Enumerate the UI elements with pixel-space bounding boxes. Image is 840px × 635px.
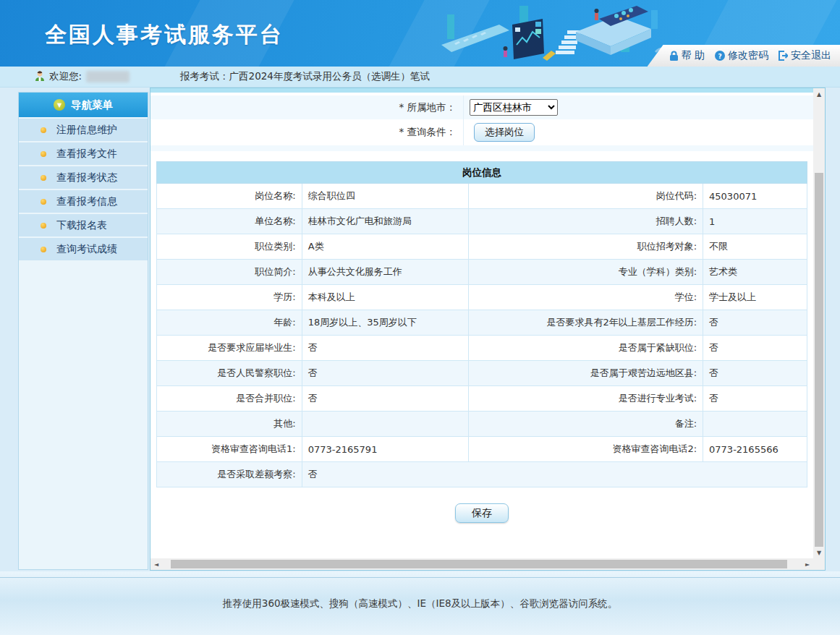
scroll-left-icon[interactable]: ◄	[150, 558, 162, 570]
sidebar-item-0[interactable]: 注册信息维护	[19, 119, 148, 141]
field-label: 招聘人数:	[469, 209, 703, 234]
field-value: 18周岁以上、35周岁以下	[302, 310, 469, 336]
sidebar-item-3[interactable]: 查看报考信息	[19, 190, 148, 213]
condition-label: * 查询条件：	[150, 119, 464, 145]
field-value	[703, 412, 807, 437]
city-select[interactable]: 广西区桂林市	[470, 99, 558, 116]
field-value: 否	[703, 310, 807, 336]
field-label: 学位:	[469, 285, 703, 310]
position-table-body: 岗位名称:综合职位四岗位代码:45030071单位名称:桂林市文化广电和旅游局招…	[157, 184, 807, 487]
field-value: 本科及以上	[302, 285, 469, 310]
scroll-right-icon[interactable]: ►	[802, 558, 813, 570]
footer-divider	[0, 577, 840, 578]
clipped-section-strip	[150, 88, 813, 93]
page: 全国人事考试服务平台 帮 助 ? 修改密码 安全退出	[0, 0, 840, 635]
table-row: 是否合并职位:否是否进行专业考试:否	[157, 386, 807, 412]
field-value: 0773-2165791	[302, 437, 469, 462]
field-value: 45030071	[703, 184, 807, 209]
field-value: 综合职位四	[302, 184, 469, 209]
field-value: 桂林市文化广电和旅游局	[302, 209, 469, 234]
table-row: 年龄:18周岁以上、35周岁以下是否要求具有2年以上基层工作经历:否	[157, 310, 807, 336]
footer: 推荐使用360极速模式、搜狗（高速模式）、IE（IE8及以上版本）、谷歌浏览器访…	[0, 571, 840, 635]
sidebar-item-1[interactable]: 查看报考文件	[19, 142, 148, 165]
field-value: 艺术类	[703, 260, 807, 285]
chevron-down-icon: ▼	[54, 99, 65, 111]
table-title: 岗位信息	[157, 162, 807, 184]
welcome-bar: 欢迎您: 报考考试：广西2024年度考试录用公务员（选调生）笔试	[0, 67, 840, 88]
header: 全国人事考试服务平台 帮 助 ? 修改密码 安全退出	[0, 0, 840, 67]
save-area: 保存	[150, 503, 813, 523]
scroll-down-icon[interactable]: ▼	[813, 547, 825, 558]
scroll-up-icon[interactable]: ▲	[813, 88, 825, 100]
condition-form-row: * 查询条件： 选择岗位	[150, 119, 813, 145]
table-row: 职位简介:从事公共文化服务工作专业（学科）类别:艺术类	[157, 260, 807, 285]
help-link[interactable]: 帮 助	[669, 49, 705, 62]
field-label: 其他:	[157, 412, 302, 437]
field-label: 备注:	[469, 412, 703, 437]
exit-icon	[779, 51, 788, 61]
table-row: 其他:备注:	[157, 412, 807, 437]
field-label: 职位招考对象:	[469, 234, 703, 260]
sidebar-item-4[interactable]: 下载报名表	[19, 214, 148, 236]
change-password-link[interactable]: ? 修改密码	[715, 49, 768, 62]
svg-text:?: ?	[718, 53, 721, 60]
sidebar-item-2[interactable]: 查看报考状态	[19, 166, 148, 189]
field-label: 是否人民警察职位:	[157, 361, 302, 386]
sidebar: ▼ 导航菜单 注册信息维护查看报考文件查看报考状态查看报考信息下载报名表查询考试…	[18, 92, 148, 570]
bullet-icon	[41, 151, 46, 157]
city-form-row: * 所属地市： 广西区桂林市	[150, 95, 813, 119]
field-value: 学士及以上	[703, 285, 807, 310]
field-value: 0773-2165566	[703, 437, 807, 462]
field-value: 否	[302, 462, 807, 487]
logout-link[interactable]: 安全退出	[779, 49, 831, 62]
field-label: 单位名称:	[157, 209, 302, 234]
field-label: 是否进行专业考试:	[469, 386, 703, 412]
table-row: 职位类别:A类职位招考对象:不限	[157, 234, 807, 260]
field-value: 否	[703, 336, 807, 361]
field-label: 职位类别:	[157, 234, 302, 260]
welcome-label: 欢迎您:	[49, 70, 82, 83]
field-value: 否	[302, 361, 469, 386]
choose-position-button[interactable]: 选择岗位	[474, 123, 535, 142]
field-label: 资格审查咨询电话2:	[469, 437, 703, 462]
lock-icon	[669, 51, 679, 61]
bullet-icon	[41, 175, 46, 181]
horizontal-scroll-thumb[interactable]	[171, 560, 787, 568]
field-label: 学历:	[157, 285, 302, 310]
field-label: 资格审查咨询电话1:	[157, 437, 302, 462]
sidebar-menu: 注册信息维护查看报考文件查看报考状态查看报考信息下载报名表查询考试成绩	[19, 119, 148, 260]
save-button[interactable]: 保存	[455, 503, 509, 523]
bullet-icon	[41, 223, 46, 229]
table-row: 学历:本科及以上学位:学士及以上	[157, 285, 807, 310]
utility-bar: 帮 助 ? 修改密码 安全退出	[648, 45, 840, 67]
field-label: 是否合并职位:	[157, 386, 302, 412]
table-row: 资格审查咨询电话1:0773-2165791资格审查咨询电话2:0773-216…	[157, 437, 807, 462]
field-value: 否	[302, 386, 469, 412]
field-value	[302, 412, 469, 437]
field-label: 专业（学科）类别:	[469, 260, 703, 285]
field-label: 是否要求应届毕业生:	[157, 336, 302, 361]
position-info-table: 岗位信息 岗位名称:综合职位四岗位代码:45030071单位名称:桂林市文化广电…	[156, 161, 807, 487]
bullet-icon	[41, 247, 46, 252]
bullet-icon	[41, 127, 46, 133]
row-sliver	[150, 145, 813, 151]
table-row: 岗位名称:综合职位四岗位代码:45030071	[157, 184, 807, 209]
sidebar-item-5[interactable]: 查询考试成绩	[19, 238, 148, 260]
field-label: 是否属于紧缺职位:	[469, 336, 703, 361]
vertical-scrollbar[interactable]: ▲ ▼	[813, 88, 825, 558]
question-icon: ?	[715, 51, 725, 61]
horizontal-scrollbar[interactable]: ◄ ►	[150, 558, 813, 570]
header-illustration	[434, 0, 673, 67]
vertical-scroll-thumb[interactable]	[815, 173, 823, 547]
main-content: * 所属地市： 广西区桂林市 * 查询条件： 选择岗位 岗位信息 岗位名称:综合…	[150, 88, 826, 571]
field-value: 否	[703, 361, 807, 386]
nav-menu-header: ▼ 导航菜单	[19, 93, 148, 117]
redacted-username	[86, 71, 130, 82]
table-row: 单位名称:桂林市文化广电和旅游局招聘人数:1	[157, 209, 807, 234]
field-label: 年龄:	[157, 310, 302, 336]
field-label: 岗位名称:	[157, 184, 302, 209]
field-label: 职位简介:	[157, 260, 302, 285]
page-title: 全国人事考试服务平台	[45, 20, 284, 50]
field-value: 否	[703, 386, 807, 412]
bullet-icon	[41, 199, 46, 205]
